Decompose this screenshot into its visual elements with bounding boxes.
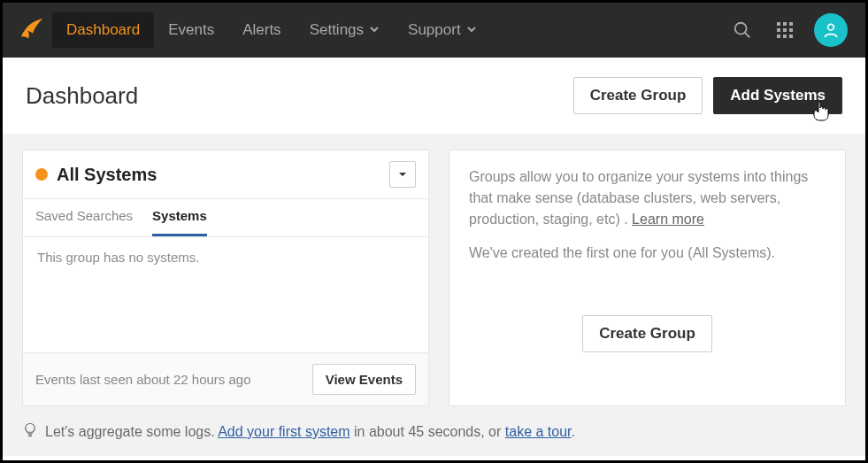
brand-logo[interactable] bbox=[15, 14, 47, 46]
tip-text: in about 45 seconds, or bbox=[350, 424, 505, 439]
svg-rect-6 bbox=[783, 28, 787, 32]
tip-text: Let's aggregate some logs. bbox=[45, 424, 218, 439]
avatar[interactable] bbox=[814, 13, 848, 47]
nav-label: Alerts bbox=[242, 21, 280, 39]
nav-alerts[interactable]: Alerts bbox=[228, 12, 295, 48]
card-body: This group has no systems. bbox=[23, 237, 428, 352]
nav-support[interactable]: Support bbox=[394, 12, 491, 48]
main-content: All Systems Saved Searches Systems This … bbox=[3, 134, 865, 419]
tab-systems[interactable]: Systems bbox=[152, 199, 207, 236]
page-header: Dashboard Create Group Add Systems bbox=[3, 58, 865, 134]
nav-label: Dashboard bbox=[66, 21, 140, 39]
events-last-seen-text: Events last seen about 22 hours ago bbox=[35, 372, 251, 387]
status-dot-icon bbox=[35, 168, 48, 181]
card-footer: Events last seen about 22 hours ago View… bbox=[23, 352, 428, 405]
svg-rect-2 bbox=[777, 22, 780, 26]
create-group-button[interactable]: Create Group bbox=[573, 77, 703, 114]
svg-point-11 bbox=[828, 24, 834, 30]
svg-rect-3 bbox=[783, 22, 787, 26]
view-events-button[interactable]: View Events bbox=[312, 364, 416, 395]
nav-label: Support bbox=[408, 21, 461, 39]
svg-line-1 bbox=[745, 33, 750, 38]
nav-dashboard[interactable]: Dashboard bbox=[52, 12, 154, 48]
groups-info-card: Groups allow you to organize your system… bbox=[449, 150, 846, 406]
button-label: Add Systems bbox=[730, 87, 826, 104]
learn-more-link[interactable]: Learn more bbox=[632, 212, 704, 227]
add-systems-button[interactable]: Add Systems bbox=[713, 77, 842, 114]
svg-rect-8 bbox=[777, 35, 780, 38]
svg-rect-10 bbox=[789, 35, 793, 38]
tab-saved-searches[interactable]: Saved Searches bbox=[35, 199, 133, 236]
card-tabs: Saved Searches Systems bbox=[23, 199, 428, 237]
card-header: All Systems bbox=[23, 150, 428, 199]
nav-label: Settings bbox=[310, 21, 364, 39]
card-menu-button[interactable] bbox=[389, 161, 416, 188]
topbar: Dashboard Events Alerts Settings Support bbox=[3, 3, 865, 58]
info-text-part: We've created the first one for you (All… bbox=[469, 243, 826, 264]
svg-rect-9 bbox=[783, 35, 787, 38]
systems-card: All Systems Saved Searches Systems This … bbox=[22, 150, 429, 406]
add-first-system-link[interactable]: Add your first system bbox=[218, 424, 350, 439]
chevron-down-icon bbox=[369, 21, 380, 39]
svg-rect-4 bbox=[789, 22, 793, 26]
info-text: Groups allow you to organize your system… bbox=[469, 166, 826, 264]
search-icon[interactable] bbox=[726, 13, 759, 47]
lightbulb-icon bbox=[22, 422, 38, 442]
nav-label: Events bbox=[168, 21, 214, 39]
card-title: All Systems bbox=[57, 165, 157, 185]
empty-state-text: This group has no systems. bbox=[37, 250, 199, 265]
svg-rect-7 bbox=[789, 28, 793, 32]
create-group-button-card[interactable]: Create Group bbox=[582, 315, 712, 352]
chevron-down-icon bbox=[466, 21, 477, 39]
cursor-pointer-icon bbox=[813, 102, 829, 126]
svg-rect-5 bbox=[777, 28, 780, 32]
nav-settings[interactable]: Settings bbox=[296, 12, 394, 48]
svg-point-0 bbox=[735, 23, 747, 35]
take-tour-link[interactable]: take a tour bbox=[505, 424, 572, 439]
tip-text: . bbox=[572, 424, 575, 439]
nav-events[interactable]: Events bbox=[154, 12, 228, 48]
page-title: Dashboard bbox=[26, 82, 138, 110]
apps-grid-icon[interactable] bbox=[768, 13, 802, 47]
tip-bar: Let's aggregate some logs. Add your firs… bbox=[3, 419, 865, 456]
